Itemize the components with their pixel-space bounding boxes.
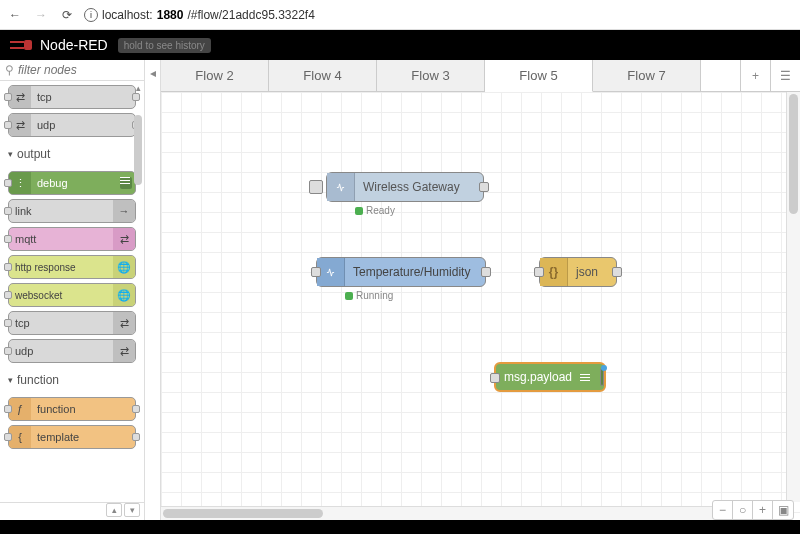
app-header: Node-RED hold to see history [0,30,800,60]
palette-node-udp-out[interactable]: udp⇄ [8,339,136,363]
history-hint: hold to see history [118,38,211,53]
node-input-port[interactable] [311,267,321,277]
url-host: localhost: [102,8,153,22]
palette-expand-down-button[interactable]: ▾ [124,503,140,517]
change-indicator-icon [601,365,607,371]
palette-footer: ▴ ▾ [0,502,144,520]
workspace: Flow 2 Flow 4 Flow 3 Flow 5 Flow 7 + ☰ W… [161,60,800,520]
app-title: Node-RED [40,37,108,53]
debug-toggle-button[interactable] [600,368,604,386]
flow-tabs: Flow 2 Flow 4 Flow 3 Flow 5 Flow 7 + ☰ [161,60,800,92]
wire-layer [161,92,461,242]
template-icon: { [9,426,31,448]
function-icon: ƒ [9,398,31,420]
search-input[interactable] [18,63,139,77]
url-port: 1880 [157,8,184,22]
palette-scrollbar[interactable]: ▴ [132,81,144,502]
tab-flow-2[interactable]: Flow 2 [161,60,269,91]
node-output-port[interactable] [479,182,489,192]
canvas-wrap: Wireless Gateway Ready Temperature/Humid… [161,92,800,520]
zoom-fit-button[interactable]: ▣ [773,501,793,519]
palette-panel: ⚲ ⇄tcp ⇄udp ▾output ⋮debug link→ mqtt⇄ h… [0,60,145,520]
node-temperature-humidity[interactable]: Temperature/Humidity Running [316,257,486,287]
json-icon: {} [540,258,568,286]
zoom-out-button[interactable]: − [713,501,733,519]
palette-node-link[interactable]: link→ [8,199,136,223]
tab-list-button[interactable]: ☰ [770,60,800,91]
chevron-down-icon: ▾ [8,375,13,385]
signal-icon [317,258,345,286]
node-red-icon [10,39,34,51]
palette-collapse-button[interactable]: ◂ [145,60,161,520]
node-port-button[interactable] [309,180,323,194]
tab-flow-3[interactable]: Flow 3 [377,60,485,91]
reload-button[interactable]: ⟳ [58,6,76,24]
app-logo: Node-RED hold to see history [10,37,211,53]
tab-flow-5[interactable]: Flow 5 [485,60,593,92]
palette-node-websocket[interactable]: websocket🌐 [8,283,136,307]
palette-node-debug[interactable]: ⋮debug [8,171,136,195]
canvas-horizontal-scrollbar[interactable] [161,506,786,520]
add-tab-button[interactable]: + [740,60,770,91]
palette-search: ⚲ [0,60,144,81]
node-input-port[interactable] [490,373,500,383]
node-label: json [568,265,606,279]
node-status: Running [345,290,393,301]
palette-section-function[interactable]: ▾function [0,367,144,393]
search-icon: ⚲ [5,63,14,77]
url-path: /#flow/21addc95.3322f4 [187,8,314,22]
palette-node-template[interactable]: {template [8,425,136,449]
zoom-controls: − ○ + ▣ [712,500,794,520]
browser-toolbar: ← → ⟳ i localhost:1880/#flow/21addc95.33… [0,0,800,30]
node-input-port[interactable] [534,267,544,277]
palette-node-mqtt[interactable]: mqtt⇄ [8,227,136,251]
signal-icon [327,173,355,201]
scroll-up-icon[interactable]: ▴ [132,81,144,95]
palette-node-http-response[interactable]: http response🌐 [8,255,136,279]
node-label: Wireless Gateway [355,180,468,194]
svg-rect-0 [24,40,32,50]
bridge-icon: ⇄ [9,114,31,136]
bridge-icon: ⇄ [9,86,31,108]
back-button[interactable]: ← [6,6,24,24]
forward-button[interactable]: → [32,6,50,24]
node-output-port[interactable] [481,267,491,277]
palette-node-udp-in[interactable]: ⇄udp [8,113,136,137]
debug-icon: ⋮ [9,172,31,194]
palette-collapse-up-button[interactable]: ▴ [106,503,122,517]
hamburger-icon [580,374,590,381]
palette-section-output[interactable]: ▾output [0,141,144,167]
node-status: Ready [355,205,395,216]
node-output-port[interactable] [612,267,622,277]
flow-canvas[interactable]: Wireless Gateway Ready Temperature/Humid… [161,92,800,520]
canvas-vertical-scrollbar[interactable] [786,92,800,502]
node-json[interactable]: {} json [539,257,617,287]
zoom-in-button[interactable]: + [753,501,773,519]
palette-node-tcp-in[interactable]: ⇄tcp [8,85,136,109]
node-label: msg.payload [496,370,580,384]
tab-flow-7[interactable]: Flow 7 [593,60,701,91]
window-bottom-bar [0,520,800,534]
node-debug-msg-payload[interactable]: msg.payload [494,362,606,392]
chevron-down-icon: ▾ [8,149,13,159]
zoom-reset-button[interactable]: ○ [733,501,753,519]
palette-list: ⇄tcp ⇄udp ▾output ⋮debug link→ mqtt⇄ htt… [0,81,144,502]
palette-node-function[interactable]: ƒfunction [8,397,136,421]
address-bar[interactable]: i localhost:1880/#flow/21addc95.3322f4 [84,8,315,22]
node-wireless-gateway[interactable]: Wireless Gateway Ready [326,172,484,202]
tab-flow-4[interactable]: Flow 4 [269,60,377,91]
node-label: Temperature/Humidity [345,265,478,279]
info-icon: i [84,8,98,22]
palette-node-tcp-out[interactable]: tcp⇄ [8,311,136,335]
